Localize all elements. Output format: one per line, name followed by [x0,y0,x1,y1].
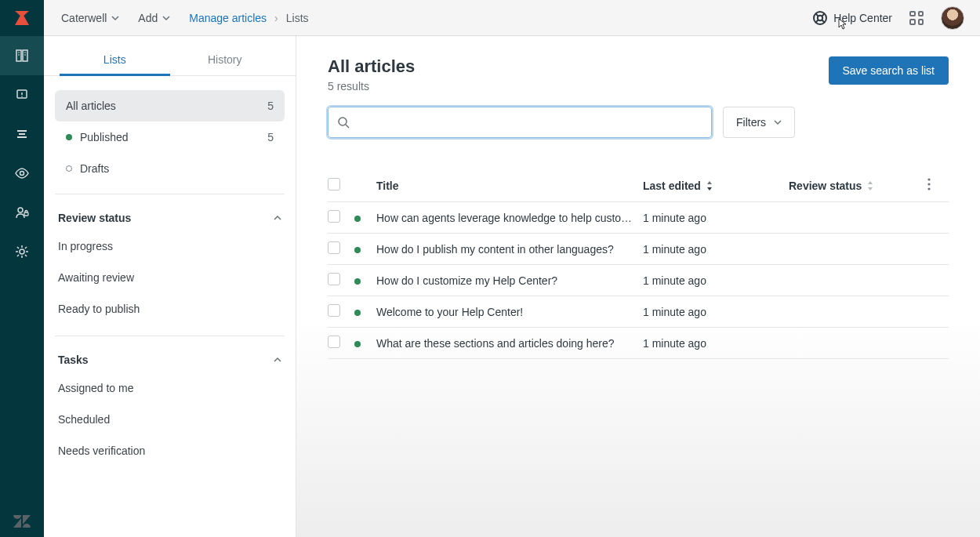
svg-point-32 [927,187,930,190]
table-row[interactable]: How do I publish my content in other lan… [328,234,949,265]
filter-ready-to-publish[interactable]: Ready to publish [55,293,285,325]
rail-item-customize[interactable] [0,154,44,193]
table-row[interactable]: How do I customize my Help Center? 1 min… [328,265,949,296]
sort-icon [706,181,713,190]
zendesk-logo[interactable] [0,506,44,537]
add-dropdown-label: Add [138,12,158,24]
apps-icon[interactable] [909,11,924,25]
column-title[interactable]: Title [376,180,643,192]
filter-needs-verification[interactable]: Needs verification [55,435,285,466]
filter-in-progress[interactable]: In progress [55,230,285,262]
article-title[interactable]: Welcome to your Help Center! [376,306,643,318]
row-checkbox[interactable] [328,273,340,285]
svg-marker-23 [23,515,31,524]
gear-icon [14,244,30,259]
nav-rail [0,36,44,537]
add-dropdown[interactable]: Add [138,12,170,24]
svg-rect-20 [24,212,28,216]
flag-note-icon [14,87,30,103]
breadcrumb-link-manage-articles[interactable]: Manage articles [189,12,267,24]
svg-point-19 [18,208,23,212]
row-checkbox[interactable] [328,336,340,348]
status-dot-icon [66,134,72,140]
filters-button[interactable]: Filters [723,107,795,138]
column-last-edited[interactable]: Last edited [643,180,789,192]
article-title[interactable]: How do I customize my Help Center? [376,274,643,287]
column-review-status[interactable]: Review status [789,180,922,192]
avatar[interactable] [941,6,964,30]
sidebar-tabs: Lists History [44,36,296,76]
last-edited: 1 minute ago [643,212,789,224]
search-input[interactable] [328,107,712,138]
svg-line-6 [816,20,818,22]
sidebar-item-label: Drafts [80,162,109,175]
sidebar-item-all-articles[interactable]: All articles 5 [55,90,285,122]
product-logo[interactable] [0,0,44,36]
svg-line-5 [822,13,825,16]
article-title[interactable]: What are these sections and articles doi… [376,337,643,350]
table-row[interactable]: What are these sections and articles doi… [328,328,949,359]
rail-item-permissions[interactable] [0,193,44,232]
filter-awaiting-review[interactable]: Awaiting review [55,262,285,293]
table-row[interactable]: How can agents leverage knowledge to hel… [328,202,949,234]
main-content: All articles 5 results Save search as li… [296,36,980,537]
article-title[interactable]: How do I publish my content in other lan… [376,243,643,256]
svg-point-14 [21,96,23,97]
filters-label: Filters [736,116,766,129]
filter-scheduled[interactable]: Scheduled [55,404,285,435]
status-dot-icon [354,341,361,347]
sidebar-item-count: 5 [267,131,274,143]
table-row[interactable]: Welcome to your Help Center! 1 minute ag… [328,296,949,328]
more-icon[interactable] [922,177,936,191]
chevron-down-icon [111,14,119,22]
filter-assigned-to-me[interactable]: Assigned to me [55,372,285,404]
last-edited: 1 minute ago [643,274,789,287]
rail-item-articles[interactable] [0,36,44,75]
zendesk-icon [13,515,31,528]
brand-dropdown[interactable]: Caterwell [61,12,119,24]
help-center-label: Help Center [833,12,892,24]
sort-icon [866,181,874,190]
last-edited: 1 minute ago [643,243,789,256]
svg-marker-29 [868,187,873,190]
select-all-checkbox[interactable] [328,178,340,190]
chevron-down-icon [774,118,782,126]
chevron-down-icon [162,14,170,22]
sidebar-item-published[interactable]: Published 5 [55,122,285,153]
tab-history[interactable]: History [170,44,281,75]
row-checkbox[interactable] [328,304,340,317]
sidebar-item-drafts[interactable]: Drafts [55,153,285,184]
svg-marker-27 [707,187,712,190]
article-title[interactable]: How can agents leverage knowledge to hel… [376,212,643,224]
eye-icon [14,165,30,181]
brand-dropdown-label: Caterwell [61,12,107,24]
sidebar-item-label: All articles [66,100,116,112]
sidebar-item-label: Published [80,131,129,143]
user-lock-icon [14,205,30,220]
search-icon [337,116,350,129]
book-icon [14,48,30,63]
status-dot-icon [354,278,361,285]
breadcrumb-current: Lists [286,12,309,24]
row-checkbox[interactable] [328,241,340,254]
svg-point-24 [339,118,347,125]
section-toggle-review-status[interactable]: Review status [55,205,285,230]
svg-marker-26 [707,181,712,184]
rail-item-moderate[interactable] [0,75,44,114]
svg-point-3 [818,15,822,20]
status-dot-icon [354,310,361,316]
status-dot-icon [354,247,361,253]
sidebar-item-count: 5 [267,100,274,112]
rail-item-settings[interactable] [0,232,44,271]
last-edited: 1 minute ago [643,306,789,318]
svg-marker-28 [868,181,873,184]
tab-lists[interactable]: Lists [60,44,170,75]
row-checkbox[interactable] [328,210,340,223]
section-toggle-tasks[interactable]: Tasks [55,347,285,372]
result-count: 5 results [328,80,415,93]
svg-line-4 [816,13,818,16]
svg-point-30 [927,178,930,180]
rail-item-arrange[interactable] [0,114,44,154]
help-center-link[interactable]: Help Center [813,11,892,25]
save-search-button[interactable]: Save search as list [829,56,949,85]
